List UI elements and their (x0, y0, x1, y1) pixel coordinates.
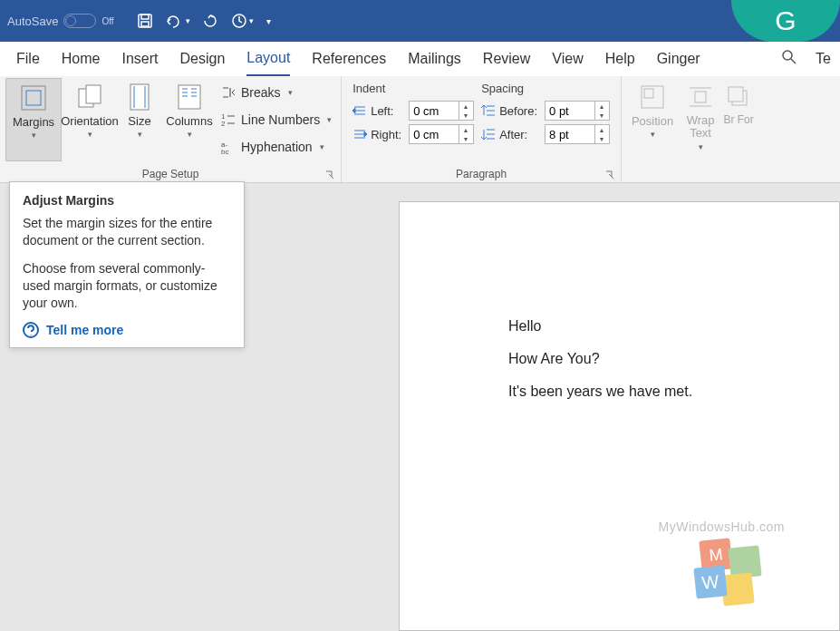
chevron-down-icon: ▾ (88, 130, 92, 139)
redo-button[interactable] (198, 8, 223, 34)
svg-point-4 (783, 51, 792, 60)
undo-icon (164, 13, 184, 29)
size-button[interactable]: Size ▾ (118, 78, 161, 161)
chevron-down-icon: ▾ (32, 131, 36, 140)
tab-layout[interactable]: Layout (246, 42, 290, 76)
help-icon (23, 322, 39, 338)
svg-rect-23 (642, 86, 663, 108)
tab-ginger[interactable]: Ginger (657, 42, 700, 76)
columns-button[interactable]: Columns ▾ (161, 78, 217, 161)
tab-design[interactable]: Design (179, 42, 225, 76)
position-icon (637, 82, 668, 112)
spacing-after-value[interactable] (546, 128, 594, 141)
search-button[interactable] (781, 49, 797, 69)
tooltip-body-2: Choose from several commonly-used margin… (23, 260, 231, 312)
hyphenation-button[interactable]: a-bc Hyphenation▾ (221, 136, 332, 158)
document-line[interactable]: It's been years we have met. (508, 383, 839, 400)
document-body[interactable]: Hello How Are You? It's been years we ha… (400, 202, 839, 400)
document-line[interactable]: Hello (508, 318, 839, 335)
watermark: MyWindowsHub.com M W (659, 519, 785, 603)
hyphenation-icon: a-bc (221, 140, 236, 154)
margins-icon (18, 83, 49, 113)
dialog-launcher-icon[interactable] (604, 170, 615, 180)
document-line[interactable]: How Are You? (508, 351, 839, 367)
indent-right-input[interactable]: ▴▾ (409, 124, 474, 144)
spinner-up-icon[interactable]: ▴ (594, 125, 607, 134)
autosave-toggle[interactable]: AutoSave Off (7, 14, 114, 28)
search-icon (781, 49, 797, 65)
svg-rect-8 (86, 85, 101, 103)
tab-home[interactable]: Home (62, 42, 101, 76)
spacing-before-icon (481, 104, 496, 117)
indent-left-value[interactable] (410, 104, 459, 118)
tab-insert[interactable]: Insert (121, 42, 158, 76)
group-page-setup: Margins ▾ Orientation ▾ Size ▾ (0, 76, 342, 182)
toggle-knob (65, 15, 76, 26)
orientation-label: Orientation (61, 114, 119, 128)
ribbon-tabs: File Home Insert Design Layout Reference… (0, 42, 840, 76)
svg-rect-1 (141, 15, 149, 19)
spacing-after-input[interactable]: ▴▾ (545, 124, 610, 144)
spinner-down-icon[interactable]: ▾ (459, 134, 471, 143)
tab-help[interactable]: Help (605, 42, 635, 76)
svg-rect-24 (644, 89, 653, 98)
indent-right-icon (352, 128, 367, 141)
svg-rect-10 (179, 85, 200, 109)
columns-icon (174, 82, 205, 112)
wrap-text-label: Wrap Text (678, 114, 723, 141)
spinner-down-icon[interactable]: ▾ (594, 111, 607, 120)
breaks-icon (221, 85, 236, 100)
tooltip-body-1: Set the margin sizes for the entire docu… (23, 215, 231, 249)
line-numbers-button[interactable]: 12 Line Numbers▾ (221, 109, 332, 131)
spacing-before-input[interactable]: ▴▾ (545, 101, 610, 121)
tab-file[interactable]: File (16, 42, 40, 76)
sync-icon (231, 13, 247, 29)
autosave-state: Off (101, 16, 113, 26)
sync-button[interactable]: ▾ (230, 8, 256, 34)
indent-heading: Indent (352, 82, 474, 97)
wrap-text-button: Wrap Text ▾ (678, 78, 723, 161)
group-title-arrange (627, 166, 754, 182)
grammarly-badge[interactable]: G (731, 0, 840, 42)
undo-button[interactable]: ▾ (165, 8, 190, 34)
margins-button[interactable]: Margins ▾ (5, 78, 62, 161)
svg-text:2: 2 (221, 120, 226, 128)
position-label: Position (632, 114, 673, 128)
spinner-up-icon[interactable]: ▴ (459, 102, 471, 111)
position-button: Position ▾ (627, 78, 678, 161)
tell-me-more-label: Tell me more (46, 323, 123, 337)
spinner-up-icon[interactable]: ▴ (459, 125, 471, 134)
bring-forward-icon (723, 82, 754, 112)
breaks-label: Breaks (241, 85, 281, 100)
orientation-button[interactable]: Orientation ▾ (62, 78, 118, 161)
margins-tooltip: Adjust Margins Set the margin sizes for … (9, 181, 245, 348)
tab-references[interactable]: References (312, 42, 386, 76)
chevron-down-icon: ▾ (188, 130, 192, 139)
spinner-up-icon[interactable]: ▴ (594, 102, 607, 111)
indent-right-value[interactable] (410, 128, 459, 141)
svg-rect-5 (22, 86, 45, 110)
spinner-down-icon[interactable]: ▾ (459, 111, 471, 120)
tell-me-more-link[interactable]: Tell me more (23, 322, 231, 338)
size-label: Size (128, 114, 150, 128)
tell-me-label[interactable]: Te (816, 51, 831, 67)
indent-left-input[interactable]: ▴▾ (409, 101, 474, 121)
tab-review[interactable]: Review (483, 42, 530, 76)
redo-icon (202, 13, 218, 29)
dialog-launcher-icon[interactable] (324, 170, 335, 180)
orientation-icon (74, 82, 105, 112)
breaks-button[interactable]: Breaks▾ (221, 82, 332, 103)
customize-qat-button[interactable]: ▾ (263, 8, 275, 34)
watermark-logo: M W (690, 539, 753, 603)
document-page[interactable]: Hello How Are You? It's been years we ha… (399, 201, 840, 631)
spinner-down-icon[interactable]: ▾ (594, 134, 607, 143)
tab-mailings[interactable]: Mailings (408, 42, 461, 76)
svg-rect-0 (139, 15, 151, 27)
save-button[interactable] (132, 8, 158, 34)
toggle-track (63, 14, 96, 28)
spacing-before-value[interactable] (546, 104, 594, 118)
wrap-text-icon (685, 82, 716, 112)
tab-view[interactable]: View (552, 42, 583, 76)
spacing-heading: Spacing (481, 82, 610, 97)
save-icon (137, 13, 153, 29)
